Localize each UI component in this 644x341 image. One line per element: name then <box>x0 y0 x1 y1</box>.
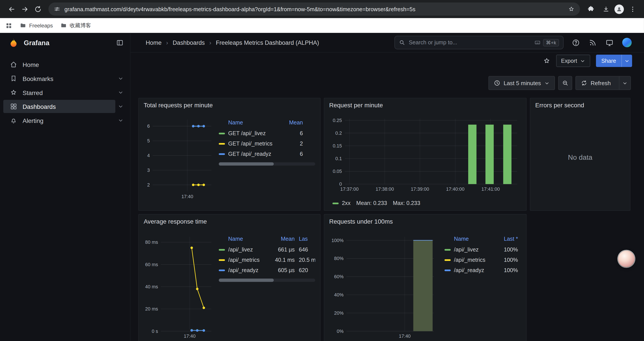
share-button[interactable]: Share <box>596 55 632 67</box>
floating-assistant-avatar[interactable] <box>618 251 634 267</box>
legend-table: Name Mean GET /api/_livez 6 GET /api/_me… <box>219 120 315 207</box>
series-name: /api/_metrics <box>228 257 270 263</box>
panel-requests-under-100ms: Requests under 100ms 100%80%60%40%20%0%1… <box>324 214 526 341</box>
kiosk-monitor-icon[interactable] <box>606 38 614 47</box>
legend-row[interactable]: /api/_livez 661 µs 646 <box>219 244 315 255</box>
panel-title[interactable]: Request per minute <box>324 98 526 111</box>
legend-row[interactable]: /api/_metrics 40.1 ms 20.5 m <box>219 255 315 265</box>
panel-title[interactable]: Average response time <box>139 214 320 227</box>
series-last: 100% <box>494 247 518 253</box>
svg-text:17:37:00: 17:37:00 <box>340 187 358 192</box>
screen: grafana.mathmast.com/d/deytv4rwavabkb/fr… <box>0 0 644 341</box>
favorite-star-icon[interactable] <box>543 57 550 65</box>
series-swatch <box>332 202 339 204</box>
legend-row[interactable]: GET /api/_readyz 6 <box>219 149 315 159</box>
bookmark-star-icon[interactable] <box>568 6 575 12</box>
panel-title[interactable]: Requests under 100ms <box>324 214 526 227</box>
series-name: GET /api/_readyz <box>228 151 278 157</box>
export-button[interactable]: Export <box>556 55 590 67</box>
legend-row[interactable]: /api/_metrics 100% <box>444 255 521 265</box>
legend-row[interactable]: /api/_readyz 605 µs 620 <box>219 265 315 275</box>
legend-row[interactable]: /api/_readyz 100% <box>444 265 521 275</box>
legend-row[interactable]: GET /api/_metrics 2 <box>219 138 315 149</box>
chevron-down-icon[interactable] <box>118 104 124 109</box>
legend-col-name[interactable]: Name <box>444 236 494 242</box>
panel-title[interactable]: Total requests per minute <box>139 98 320 111</box>
svg-text:0.05: 0.05 <box>333 169 342 174</box>
sidebar-toggle-icon[interactable] <box>116 39 124 47</box>
series-mean: 605 µs <box>270 267 294 273</box>
legend-row[interactable]: /api/_livez 100% <box>444 244 521 255</box>
browser-toolbar: grafana.mathmast.com/d/deytv4rwavabkb/fr… <box>0 0 644 18</box>
browser-profile-avatar[interactable] <box>614 5 624 14</box>
downloads-icon[interactable] <box>599 3 612 16</box>
chevron-down-icon[interactable] <box>118 76 124 81</box>
sidebar-item-dashboards[interactable]: Dashboards <box>0 99 130 113</box>
search-input[interactable]: Search or jump to... ⌘+k <box>394 36 563 49</box>
zoom-out-button[interactable] <box>558 76 572 90</box>
panel-title[interactable]: Errors per second <box>530 98 630 111</box>
help-icon[interactable] <box>572 38 580 47</box>
clock-icon <box>494 80 500 86</box>
home-icon <box>10 61 17 68</box>
sidebar-item-alerting[interactable]: Alerting <box>0 113 130 128</box>
legend-col-last[interactable]: Last * <box>494 236 518 242</box>
series-swatch <box>444 249 451 250</box>
svg-text:60%: 60% <box>334 274 344 279</box>
sidebar-item-starred[interactable]: Starred <box>0 85 130 99</box>
browser-menu-icon[interactable] <box>626 3 639 16</box>
legend-col-mean[interactable]: Mean <box>278 120 303 126</box>
series-name[interactable]: 2xx <box>342 200 350 206</box>
sidebar-item-home[interactable]: Home <box>0 58 130 72</box>
breadcrumb: Home › Dashboards › Freeleaps Metrics Da… <box>146 39 319 46</box>
svg-text:20 ms: 20 ms <box>145 306 158 311</box>
series-last: 100% <box>494 257 518 263</box>
legend-col-mean[interactable]: Mean <box>270 236 294 242</box>
sidebar-item-bookmarks[interactable]: Bookmarks <box>0 72 130 86</box>
dashboard-actions: Export Share <box>130 53 644 69</box>
legend-table: Name Mean Las /api/_livez 661 µs 646 /ap… <box>219 236 315 341</box>
back-icon[interactable] <box>5 3 18 16</box>
scrollbar-thumb[interactable] <box>219 162 274 166</box>
shortcut-hint: ⌘+k <box>534 39 559 46</box>
extensions-icon[interactable] <box>584 3 597 16</box>
chevron-down-icon[interactable] <box>118 90 124 95</box>
legend-scrollbar[interactable] <box>219 162 315 166</box>
bookmark-folder-freeleaps[interactable]: Freeleaps <box>20 22 53 29</box>
panel-request-per-minute: Request per minute 0.250.20.150.10.05017… <box>324 98 526 211</box>
news-rss-icon[interactable] <box>588 38 597 47</box>
svg-text:40 ms: 40 ms <box>145 284 158 289</box>
series-mean: 40.1 ms <box>270 257 294 263</box>
svg-text:2: 2 <box>147 182 150 188</box>
legend-row[interactable]: GET /api/_livez 6 <box>219 128 315 138</box>
legend-scrollbar[interactable] <box>219 279 315 282</box>
svg-text:5: 5 <box>147 138 150 144</box>
user-profile-avatar[interactable] <box>622 38 632 47</box>
reload-icon[interactable] <box>31 3 44 16</box>
browser-actions <box>584 3 639 16</box>
share-dropdown-icon[interactable] <box>622 55 632 67</box>
time-range-picker[interactable]: Last 5 minutes <box>488 76 555 90</box>
legend-col-name[interactable]: Name <box>219 236 270 242</box>
bookmark-folder-blogs[interactable]: 收藏博客 <box>60 22 91 29</box>
svg-text:17:40: 17:40 <box>182 194 193 199</box>
refresh-interval-dropdown[interactable] <box>619 76 630 90</box>
url-text: grafana.mathmast.com/d/deytv4rwavabkb/fr… <box>64 6 564 12</box>
forward-icon[interactable] <box>18 3 31 16</box>
scrollbar-thumb[interactable] <box>219 279 274 282</box>
chevron-down-icon[interactable] <box>118 118 124 123</box>
url-bar[interactable]: grafana.mathmast.com/d/deytv4rwavabkb/fr… <box>48 3 580 16</box>
svg-text:40%: 40% <box>334 292 344 297</box>
breadcrumb-home[interactable]: Home <box>146 39 162 46</box>
apps-grid-icon[interactable] <box>5 22 12 29</box>
legend-col-name[interactable]: Name <box>219 120 278 126</box>
svg-text:0: 0 <box>339 181 342 187</box>
legend-col-last[interactable]: Las <box>294 236 315 242</box>
refresh-button[interactable]: Refresh <box>576 76 631 90</box>
grafana-logo[interactable] <box>8 37 19 48</box>
site-info-icon[interactable] <box>54 6 60 12</box>
series-name: /api/_readyz <box>228 267 270 273</box>
requests-under-100ms-chart: 100%80%60%40%20%0%17:40 <box>328 231 437 341</box>
breadcrumb-dashboards[interactable]: Dashboards <box>173 39 205 46</box>
series-name: /api/_livez <box>228 247 270 253</box>
